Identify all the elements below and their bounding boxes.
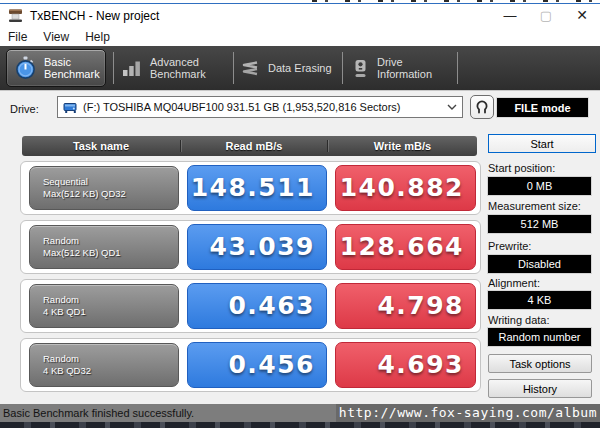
task-button-random-4k-qd32[interactable]: Random4 KB QD32 — [29, 343, 179, 387]
header-write: Write mB/s — [328, 140, 477, 152]
menu-view[interactable]: View — [35, 30, 77, 44]
drive-label: Drive: — [10, 103, 39, 115]
drive-icon — [352, 59, 369, 78]
table-row: SequentialMax(512 KB) QD32 148.511 140.8… — [20, 161, 481, 215]
close-icon[interactable]: ✕ — [564, 2, 600, 28]
prewrite-label: Prewrite: — [488, 240, 531, 252]
benchmark-table-header: Task name Read mB/s Write mB/s — [22, 136, 477, 156]
app-icon — [8, 9, 23, 23]
watermark-url: http://www.fox-saying.com/album — [336, 404, 600, 422]
write-value: 4.798 — [335, 283, 476, 329]
file-mode-button[interactable]: FILE mode — [497, 98, 588, 117]
alignment-label: Alignment: — [488, 277, 540, 289]
chevron-down-icon — [447, 104, 457, 110]
stopwatch-icon — [15, 56, 36, 80]
task-options-button[interactable]: Task options — [488, 354, 592, 373]
tab-advanced-benchmark[interactable]: AdvancedBenchmark — [122, 49, 232, 87]
watermark-fragment-strip-bottom — [0, 422, 600, 428]
table-row: Random4 KB QD32 0.456 4.693 — [20, 338, 481, 392]
read-value: 148.511 — [187, 165, 327, 211]
tab-drive-info-label: DriveInformation — [377, 56, 432, 81]
alignment-button[interactable]: 4 KB — [488, 291, 591, 309]
writing-data-button[interactable]: Random number — [488, 328, 591, 346]
history-button[interactable]: History — [488, 379, 592, 398]
task-button-random-4k-qd1[interactable]: Random4 KB QD1 — [29, 284, 179, 328]
menu-file[interactable]: File — [0, 30, 35, 44]
menu-help[interactable]: Help — [77, 30, 118, 44]
read-value: 0.463 — [187, 283, 327, 329]
status-message: Basic Benchmark finished successfully. — [3, 407, 194, 419]
write-value: 128.664 — [335, 224, 476, 270]
erase-zigzag-icon — [241, 60, 260, 77]
toolbar: BasicBenchmark AdvancedBenchmark Data Er… — [0, 46, 600, 90]
maximize-icon: ▢ — [528, 2, 564, 28]
toolbar-separator — [233, 52, 234, 84]
writing-data-label: Writing data: — [488, 314, 550, 326]
prewrite-button[interactable]: Disabled — [488, 255, 591, 273]
toolbar-separator — [342, 52, 343, 84]
table-row: RandomMax(512 KB) QD1 43.039 128.664 — [20, 220, 481, 274]
title-bar: TxBENCH - New project — ▢ ✕ — [0, 4, 600, 28]
tab-data-erasing[interactable]: Data Erasing — [241, 49, 339, 87]
menu-bar: File View Help — [0, 28, 600, 46]
start-position-label: Start position: — [488, 162, 555, 174]
disk-drive-icon — [63, 101, 78, 114]
header-read: Read mB/s — [181, 140, 328, 152]
toolbar-separator — [457, 52, 458, 84]
window-controls: — ▢ ✕ — [492, 2, 600, 28]
tab-basic-benchmark[interactable]: BasicBenchmark — [6, 49, 106, 87]
tab-advanced-label: AdvancedBenchmark — [150, 56, 206, 81]
window-title: TxBENCH - New project — [30, 9, 159, 23]
minimize-icon[interactable]: — — [492, 2, 528, 28]
toolbar-separator — [113, 52, 114, 84]
write-value: 140.882 — [335, 165, 476, 211]
refresh-icon — [474, 99, 490, 115]
start-position-button[interactable]: 0 MB — [488, 177, 591, 195]
bar-chart-icon — [122, 60, 142, 77]
task-button-random-512k-qd1[interactable]: RandomMax(512 KB) QD1 — [29, 225, 179, 269]
write-value: 4.693 — [335, 342, 476, 388]
refresh-drives-button[interactable] — [470, 95, 494, 119]
measurement-size-label: Measurement size: — [488, 200, 581, 212]
tab-data-erasing-label: Data Erasing — [268, 62, 332, 75]
tab-drive-information[interactable]: DriveInformation — [352, 49, 454, 87]
measurement-size-button[interactable]: 512 MB — [488, 215, 591, 233]
task-button-sequential-qd32[interactable]: SequentialMax(512 KB) QD32 — [29, 166, 179, 210]
header-task-name: Task name — [22, 140, 181, 152]
drive-select-value: (F:) TOSHIBA MQ04UBF100 931.51 GB (1,953… — [83, 101, 447, 113]
drive-select[interactable]: (F:) TOSHIBA MQ04UBF100 931.51 GB (1,953… — [57, 96, 463, 118]
read-value: 0.456 — [187, 342, 327, 388]
table-row: Random4 KB QD1 0.463 4.798 — [20, 279, 481, 333]
start-button[interactable]: Start — [488, 134, 596, 153]
read-value: 43.039 — [187, 224, 327, 270]
tab-basic-label: BasicBenchmark — [44, 56, 100, 81]
